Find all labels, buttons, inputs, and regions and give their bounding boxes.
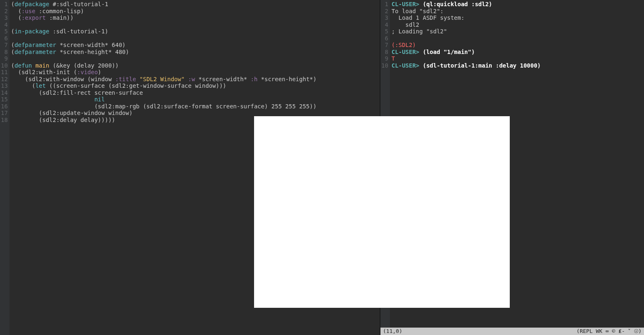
cursor-position: (11,0) (383, 328, 402, 335)
line-number-gutter-left: 123456789101112131415161718 (0, 0, 9, 335)
mode-indicators: (REPL WK ∞ © ₤- ˅ ⦾) (576, 328, 642, 335)
status-bar: (11,0) (REPL WK ∞ © ₤- ˅ ⦾) (380, 328, 644, 335)
sdl2-output-window[interactable] (254, 116, 510, 308)
